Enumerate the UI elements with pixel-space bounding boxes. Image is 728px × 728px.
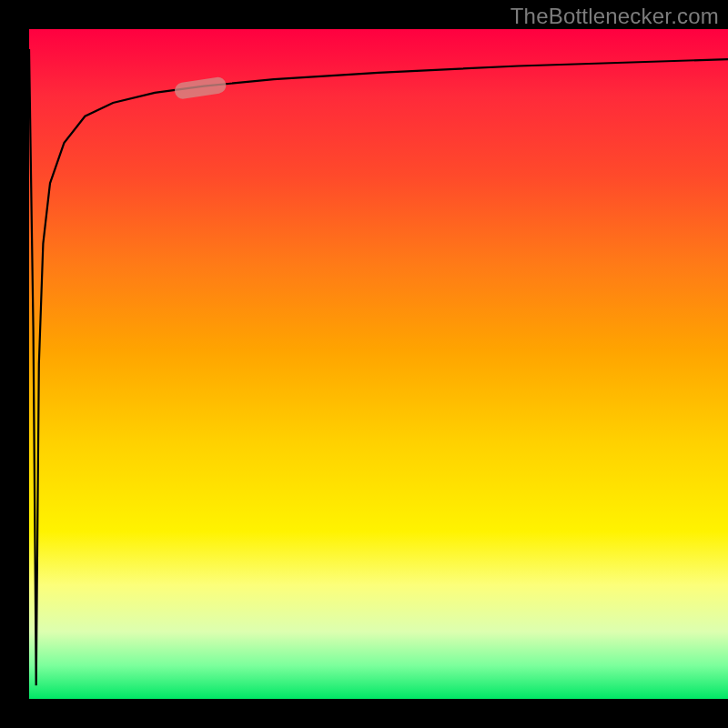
gradient-plot-area xyxy=(29,29,728,699)
watermark-text: TheBottlenecker.com xyxy=(511,4,719,29)
chart-stage: TheBottlenecker.com xyxy=(0,0,728,728)
